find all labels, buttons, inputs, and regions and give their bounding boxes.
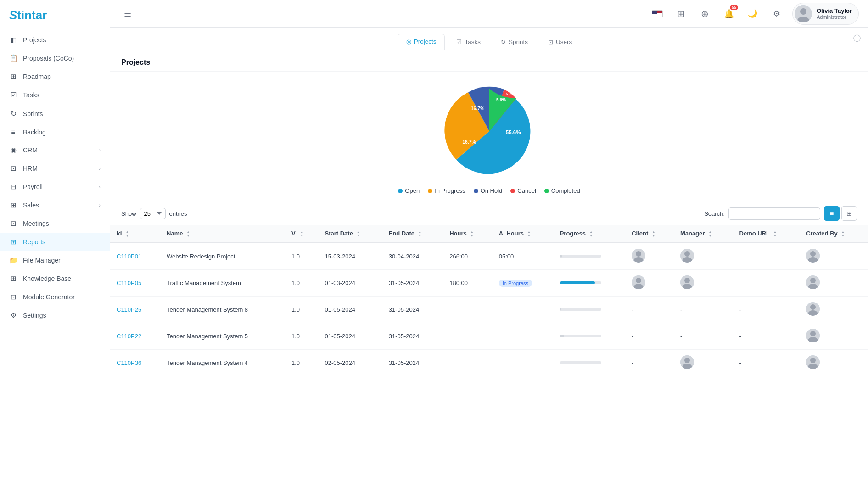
svg-point-36: [810, 358, 816, 363]
sort-id-icon: ▲▼: [125, 230, 129, 238]
main-area: ☰ ⊞ ⊕ 🔔 55 🌙 ⚙: [110, 0, 868, 493]
tab-tasks[interactable]: ☑ Tasks: [448, 34, 489, 50]
sidebar-item-hrm[interactable]: ⊡ HRM ›: [0, 159, 110, 178]
progress-fill: [560, 281, 595, 284]
cell-id: C110P22: [110, 323, 160, 349]
svg-text:5.6%: 5.6%: [505, 92, 515, 96]
tab-users[interactable]: ⊡ Users: [539, 34, 581, 50]
col-progress[interactable]: Progress ▲▼: [554, 225, 626, 243]
content-inner: ◎ Projects ☑ Tasks ↻ Sprints ⊡ Users ⓘ: [110, 28, 868, 493]
col-demo-url[interactable]: Demo URL ▲▼: [733, 225, 800, 243]
cell-v: 1.0: [285, 269, 318, 296]
col-id[interactable]: Id ▲▼: [110, 225, 160, 243]
col-ahours[interactable]: A. Hours ▲▼: [493, 225, 554, 243]
entries-select[interactable]: 25 10 50 100: [140, 208, 166, 219]
col-manager[interactable]: Manager ▲▼: [674, 225, 733, 243]
settings-button[interactable]: ⚙: [768, 6, 785, 22]
sidebar-item-backlog[interactable]: ≡ Backlog: [0, 123, 110, 141]
sidebar-item-roadmap[interactable]: ⊞ Roadmap: [0, 67, 110, 86]
manager-avatar: [680, 249, 694, 263]
tab-tasks-icon: ☑: [456, 39, 462, 45]
sidebar-item-sales[interactable]: ⊞ Sales ›: [0, 196, 110, 214]
legend-open-dot: [398, 189, 403, 193]
table-row: C110P05 Traffic Management System 1.0 01…: [110, 269, 868, 296]
apps-button[interactable]: ⊞: [673, 6, 689, 22]
theme-toggle[interactable]: 🌙: [745, 6, 761, 22]
cell-created-by: [800, 243, 868, 270]
search-input[interactable]: [728, 207, 820, 220]
cell-created-by: [800, 323, 868, 349]
svg-point-12: [684, 251, 690, 257]
col-name[interactable]: Name ▲▼: [160, 225, 285, 243]
avatar: [795, 5, 812, 22]
sidebar-item-filemanager[interactable]: 📁 File Manager: [0, 251, 110, 269]
svg-point-1: [800, 8, 806, 15]
svg-point-9: [636, 251, 641, 257]
knowledgebase-icon: ⊞: [9, 275, 17, 283]
crm-icon: ◉: [9, 146, 17, 154]
svg-point-24: [810, 278, 816, 283]
svg-text:16.7%: 16.7%: [462, 140, 476, 145]
cell-demo-url: -: [733, 296, 800, 323]
col-end-date[interactable]: End Date ▲▼: [382, 225, 443, 243]
sidebar-item-proposals[interactable]: 📋 Proposals (CoCo): [0, 49, 110, 67]
cell-client: -: [625, 323, 674, 349]
svg-point-33: [684, 358, 690, 363]
sidebar-item-reports[interactable]: ⊞ Reports: [0, 233, 110, 251]
sidebar-item-modulegenerator[interactable]: ⊡ Module Generator: [0, 288, 110, 306]
add-button[interactable]: ⊕: [697, 6, 713, 22]
list-view-button[interactable]: ≡: [824, 206, 840, 221]
tab-sprints[interactable]: ↻ Sprints: [492, 34, 537, 50]
sidebar-item-meetings[interactable]: ⊡ Meetings: [0, 214, 110, 233]
manager-avatar: [680, 355, 694, 369]
projects-table: Id ▲▼ Name ▲▼ V. ▲▼: [110, 225, 868, 376]
progress-fill: [560, 308, 561, 311]
modulegenerator-icon: ⊡: [9, 293, 17, 301]
sidebar-item-tasks[interactable]: ☑ Tasks: [0, 86, 110, 104]
sidebar-item-projects[interactable]: ◧ Projects: [0, 31, 110, 49]
col-created-by[interactable]: Created By ▲▼: [800, 225, 868, 243]
table-row: C110P01 Website Redesign Project 1.0 15-…: [110, 243, 868, 270]
hamburger-icon: ☰: [124, 9, 131, 19]
cell-ahours: In Progress: [493, 269, 554, 296]
sidebar-item-crm[interactable]: ◉ CRM ›: [0, 141, 110, 159]
progress-bar: [560, 255, 601, 258]
cell-client: [625, 243, 674, 270]
user-role: Administrator: [817, 14, 852, 20]
sidebar-item-sprints[interactable]: ↻ Sprints: [0, 104, 110, 123]
project-id-link[interactable]: C110P25: [117, 306, 141, 313]
sidebar-item-payroll[interactable]: ⊟ Payroll ›: [0, 178, 110, 196]
col-hours[interactable]: Hours ▲▼: [443, 225, 493, 243]
user-menu[interactable]: Olivia Taylor Administrator: [792, 3, 859, 25]
col-v[interactable]: V. ▲▼: [285, 225, 318, 243]
cell-manager: -: [674, 296, 733, 323]
tab-projects[interactable]: ◎ Projects: [398, 34, 445, 50]
project-id-link[interactable]: C110P36: [117, 359, 141, 366]
status-badge: In Progress: [499, 280, 532, 287]
sort-manager-icon: ▲▼: [708, 230, 712, 238]
list-view-icon: ≡: [830, 210, 834, 217]
legend-onhold: On Hold: [474, 187, 503, 194]
hrm-icon: ⊡: [9, 164, 17, 173]
sort-v-icon: ▲▼: [300, 230, 304, 238]
language-selector[interactable]: [649, 6, 666, 22]
project-id-link[interactable]: C110P01: [117, 253, 141, 260]
sidebar-item-settings[interactable]: ⚙ Settings: [0, 306, 110, 325]
pie-chart: 55.6% 16.7% 16.7% 5.6% 5.6%: [430, 81, 549, 182]
backlog-icon: ≡: [9, 128, 17, 136]
logo[interactable]: Stintar: [0, 0, 110, 31]
grid-view-button[interactable]: ⊞: [841, 206, 857, 221]
menu-button[interactable]: ☰: [119, 6, 136, 22]
project-id-link[interactable]: C110P05: [117, 280, 141, 286]
created-by-avatar: [806, 275, 820, 289]
notifications-button[interactable]: 🔔 55: [721, 6, 737, 22]
cell-id: C110P01: [110, 243, 160, 270]
sidebar-item-knowledgebase[interactable]: ⊞ Knowledge Base: [0, 269, 110, 288]
sort-createdby-icon: ▲▼: [841, 230, 845, 238]
svg-text:5.6%: 5.6%: [496, 97, 505, 102]
project-id-link[interactable]: C110P22: [117, 333, 141, 340]
info-icon[interactable]: ⓘ: [853, 34, 861, 44]
col-client[interactable]: Client ▲▼: [625, 225, 674, 243]
cell-start-date: 01-05-2024: [318, 296, 382, 323]
col-start-date[interactable]: Start Date ▲▼: [318, 225, 382, 243]
